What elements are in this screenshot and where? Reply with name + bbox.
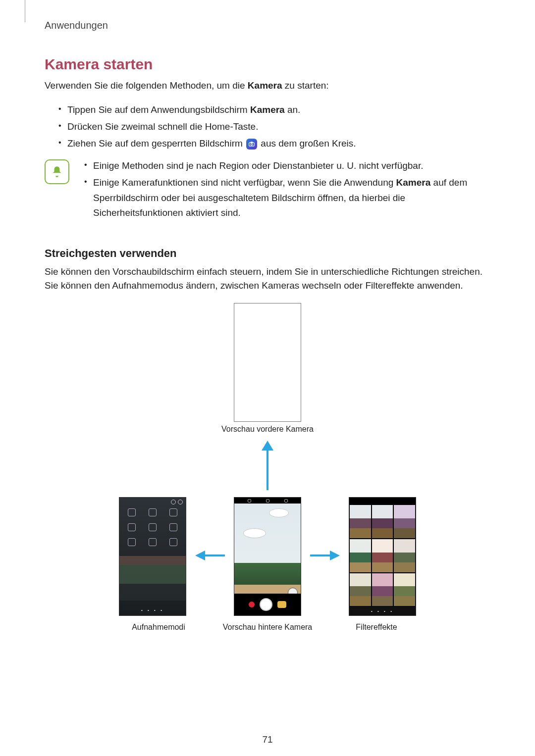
intro-bold: Kamera [248, 80, 282, 91]
caption-front-preview: Vorschau vordere Kamera [79, 425, 456, 434]
list-item: Drücken Sie zweimal schnell die Home-Tas… [45, 119, 490, 134]
body-paragraph: Sie können den Vorschaubildschirm einfac… [45, 265, 490, 292]
n2-pre: Einige Kamerafunktionen sind nicht verfü… [93, 177, 396, 188]
rear-camera-preview-screenshot [234, 497, 301, 616]
li1-bold: Kamera [250, 104, 285, 115]
record-button-icon [249, 602, 255, 607]
svg-marker-4 [262, 441, 273, 451]
note-bell-icon [45, 159, 69, 184]
list-item: Tippen Sie auf dem Anwendungsbildschirm … [45, 102, 490, 117]
svg-marker-8 [330, 551, 340, 560]
note-list: Einige Methoden sind je nach Region oder… [79, 158, 490, 223]
modes-background-image [119, 556, 186, 601]
svg-point-1 [251, 144, 253, 146]
arrow-right-icon [310, 548, 340, 565]
subsection-title: Streichgesten verwenden [45, 247, 490, 260]
svg-rect-2 [251, 142, 253, 143]
front-camera-preview-placeholder [234, 303, 301, 422]
page-dots-icon: • • • • [349, 609, 416, 613]
caption-filters: Filtereffekte [322, 623, 431, 632]
swipe-diagram: Vorschau vordere Kamera • • • • [79, 303, 456, 632]
modes-topbar-icons [171, 500, 183, 504]
caption-rear-preview: Vorschau hintere Kamera [213, 623, 322, 632]
li3-post: aus dem großen Kreis. [261, 138, 356, 149]
intro-text-pre: Verwenden Sie die folgenden Methoden, um… [45, 80, 248, 91]
section-title: Kamera starten [45, 56, 490, 73]
breadcrumb: Anwendungen [45, 20, 490, 31]
li1-pre: Tippen Sie auf dem Anwendungsbildschirm [67, 104, 250, 115]
list-item: Einige Kamerafunktionen sind nicht verfü… [79, 175, 490, 220]
modes-grid [119, 498, 186, 547]
li3-pre: Ziehen Sie auf dem gesperrten Bildschirm [67, 138, 245, 149]
page-dots-icon: • • • • [119, 608, 186, 612]
intro-text-post: zu starten: [282, 80, 329, 91]
arrow-up-icon [258, 441, 277, 492]
page-number: 71 [0, 734, 535, 745]
arrow-left-icon [195, 548, 225, 565]
svg-rect-0 [249, 143, 255, 146]
intro-paragraph: Verwenden Sie die folgenden Methoden, um… [45, 79, 490, 93]
camera-bottom-bar [234, 594, 301, 615]
shutter-button-icon [260, 598, 272, 611]
gallery-chip-icon [277, 601, 286, 608]
note-block: Einige Methoden sind je nach Region oder… [45, 158, 490, 230]
shooting-modes-screenshot: • • • • [119, 497, 186, 616]
list-item: Einige Methoden sind je nach Region oder… [79, 158, 490, 173]
camera-topbar [234, 498, 301, 504]
camera-icon [246, 139, 257, 150]
li1-post: an. [285, 104, 301, 115]
filter-effects-screenshot: • • • • [349, 497, 416, 616]
caption-modes: Aufnahmemodi [104, 623, 213, 632]
top-edge-marker [25, 0, 25, 22]
method-list: Tippen Sie auf dem Anwendungsbildschirm … [45, 102, 490, 151]
svg-marker-6 [195, 551, 205, 560]
n2-bold: Kamera [396, 177, 431, 188]
list-item: Ziehen Sie auf dem gesperrten Bildschirm… [45, 136, 490, 151]
